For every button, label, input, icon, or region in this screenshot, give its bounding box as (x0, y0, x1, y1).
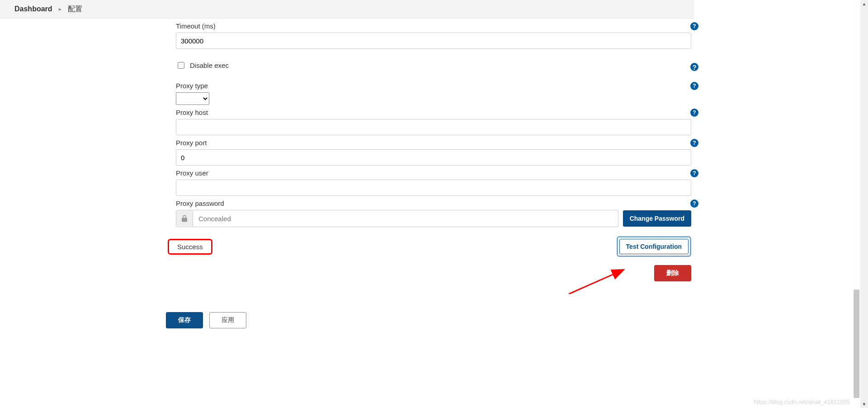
proxy-type-select[interactable] (176, 92, 209, 105)
help-icon[interactable]: ? (690, 82, 698, 90)
breadcrumb-root[interactable]: Dashboard (14, 5, 52, 13)
proxy-type-label: Proxy type (176, 82, 691, 90)
scrollbar-track[interactable] (860, 8, 868, 400)
window-scrollbar[interactable]: ▲ ▼ (860, 0, 868, 408)
proxy-password-label: Proxy password (176, 199, 691, 207)
help-icon[interactable]: ? (690, 139, 698, 147)
field-proxy-host: Proxy host ? (176, 109, 691, 135)
status-box-annotation: Success (168, 239, 212, 255)
save-button[interactable]: 保存 (166, 312, 203, 328)
proxy-host-label: Proxy host (176, 109, 691, 116)
breadcrumb: Dashboard ▸ 配置 (0, 0, 694, 19)
field-proxy-type: Proxy type ? (176, 82, 691, 105)
apply-button[interactable]: 应用 (209, 312, 246, 328)
change-password-button[interactable]: Change Password (623, 210, 691, 227)
proxy-port-input[interactable] (176, 149, 691, 166)
proxy-user-input[interactable] (176, 180, 691, 196)
scroll-up-icon[interactable]: ▲ (860, 0, 868, 8)
breadcrumb-current: 配置 (68, 5, 82, 14)
field-proxy-port: Proxy port ? (176, 139, 691, 166)
field-proxy-password: Proxy password ? Concealed Change Passwo… (176, 199, 691, 227)
watermark-text: https://blog.csdn.net/sinat_41811055 (754, 399, 850, 405)
proxy-user-label: Proxy user (176, 169, 691, 177)
field-proxy-user: Proxy user ? (176, 169, 691, 196)
proxy-password-display: Concealed (176, 210, 618, 227)
help-icon[interactable]: ? (690, 22, 698, 30)
help-icon[interactable]: ? (690, 63, 698, 71)
help-icon[interactable]: ? (690, 169, 698, 177)
timeout-label: Timeout (ms) (176, 22, 691, 30)
proxy-port-label: Proxy port (176, 139, 691, 147)
disable-exec-label: Disable exec (190, 62, 229, 69)
scroll-down-icon[interactable]: ▼ (860, 400, 868, 408)
timeout-input[interactable] (176, 33, 691, 49)
chevron-right-icon: ▸ (59, 6, 61, 12)
test-configuration-highlight: Test Configuration (617, 236, 691, 257)
proxy-password-value: Concealed (198, 215, 231, 223)
status-text: Success (177, 243, 203, 251)
help-icon[interactable]: ? (690, 109, 698, 117)
field-timeout: Timeout (ms) ? (176, 22, 691, 49)
footer-actions: 保存 应用 (166, 312, 246, 328)
test-configuration-button[interactable]: Test Configuration (619, 239, 689, 254)
disable-exec-checkbox[interactable] (178, 62, 184, 69)
field-disable-exec: Disable exec ? (176, 61, 691, 70)
delete-button[interactable]: 删除 (654, 265, 691, 281)
proxy-host-input[interactable] (176, 119, 691, 135)
page-scrollbar[interactable] (853, 0, 860, 408)
lock-icon (176, 211, 193, 226)
help-icon[interactable]: ? (690, 199, 698, 208)
scrollbar-thumb[interactable] (854, 289, 859, 398)
